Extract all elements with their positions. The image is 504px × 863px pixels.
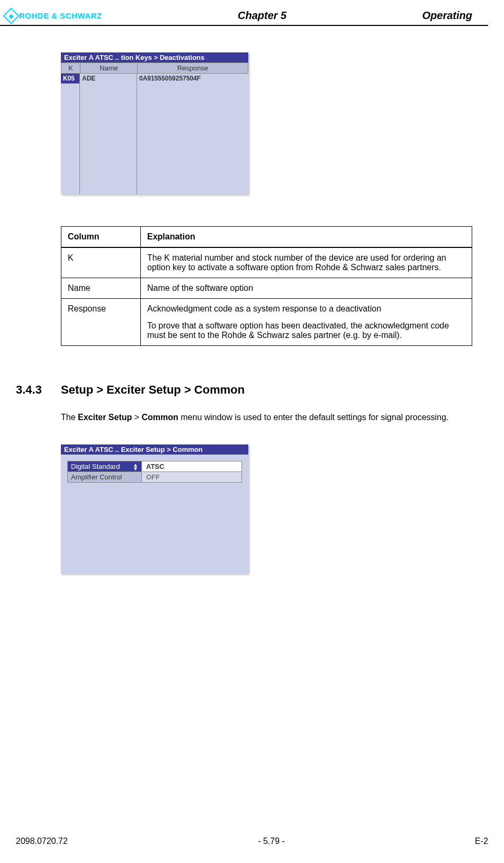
section-number: 3.4.3 xyxy=(16,383,61,397)
col-k: K05 xyxy=(61,74,80,194)
table-row: Name Name of the software option xyxy=(61,278,472,299)
expl-text: Acknowledgment code as a system response… xyxy=(141,299,472,346)
name-cell: ADE xyxy=(80,74,137,83)
param-label: Digital Standard ▲▼ xyxy=(68,461,142,471)
bold-text: Common xyxy=(142,413,178,422)
expl-para: Acknowledgment code as a system response… xyxy=(147,304,465,314)
updown-icon: ▲▼ xyxy=(133,463,138,470)
param-row-amplifier-control[interactable]: Amplifier Control OFF xyxy=(67,472,242,483)
section-body: The Exciter Setup > Common menu window i… xyxy=(61,412,472,423)
table-row: Response Acknowledgment code as a system… xyxy=(61,299,472,346)
header-right: Operating xyxy=(422,10,472,22)
common-screenshot: Exciter A ATSC .. Exciter Setup > Common… xyxy=(61,444,248,574)
expl-text: Name of the software option xyxy=(141,278,472,299)
label-text: Digital Standard xyxy=(71,462,120,470)
footer-center: - 5.79 - xyxy=(258,837,285,846)
explanation-table: Column Explanation K The K material numb… xyxy=(61,226,472,346)
col-header-k: K xyxy=(61,63,80,74)
col-header-response: Response xyxy=(138,63,248,74)
text: menu window is used to enter the default… xyxy=(178,413,449,422)
chapter-title: Chapter 5 xyxy=(238,10,286,22)
section-title: Setup > Exciter Setup > Common xyxy=(61,383,245,397)
text: > xyxy=(132,413,141,422)
expl-col: Name xyxy=(61,278,141,299)
col-response: 0A91555059257504F xyxy=(137,74,248,194)
footer-right: E-2 xyxy=(475,837,488,846)
section-heading: 3.4.3 Setup > Exciter Setup > Common xyxy=(16,383,472,397)
col-header-name: Name xyxy=(80,63,138,74)
expl-col: Response xyxy=(61,299,141,346)
expl-col: K xyxy=(61,247,141,278)
window-titlebar: Exciter A ATSC .. tion Keys > Deactivati… xyxy=(61,52,248,63)
common-body: Digital Standard ▲▼ ATSC Amplifier Contr… xyxy=(61,455,248,574)
logo: ◆ ROHDE & SCHWARZ xyxy=(5,10,102,22)
deactivations-body: K05 ADE 0A91555059257504F xyxy=(61,74,248,194)
footer-left: 2098.0720.72 xyxy=(16,837,68,846)
page-footer: 2098.0720.72 - 5.79 - E-2 xyxy=(16,837,488,846)
rs-logo-icon: ◆ xyxy=(3,7,19,24)
expl-header-explanation: Explanation xyxy=(141,227,472,248)
page-header: ◆ ROHDE & SCHWARZ Chapter 5 Operating xyxy=(0,0,488,26)
deactivations-screenshot: Exciter A ATSC .. tion Keys > Deactivati… xyxy=(61,52,248,194)
param-row-digital-standard[interactable]: Digital Standard ▲▼ ATSC xyxy=(67,461,242,472)
param-value: OFF xyxy=(142,472,241,482)
expl-text: The K material number and stock number o… xyxy=(141,247,472,278)
param-label: Amplifier Control xyxy=(68,472,142,482)
expl-para: To prove that a software option has been… xyxy=(147,321,465,340)
logo-text: ROHDE & SCHWARZ xyxy=(19,11,102,20)
expl-header-column: Column xyxy=(61,227,141,248)
table-row: K The K material number and stock number… xyxy=(61,247,472,278)
window-titlebar: Exciter A ATSC .. Exciter Setup > Common xyxy=(61,444,248,455)
bold-text: Exciter Setup xyxy=(78,413,132,422)
response-cell: 0A91555059257504F xyxy=(137,74,248,83)
k-cell[interactable]: K05 xyxy=(61,74,79,84)
param-value: ATSC xyxy=(142,461,241,471)
deactivations-header-table: K Name Response xyxy=(61,63,248,74)
text: The xyxy=(61,413,78,422)
col-name: ADE xyxy=(80,74,137,194)
